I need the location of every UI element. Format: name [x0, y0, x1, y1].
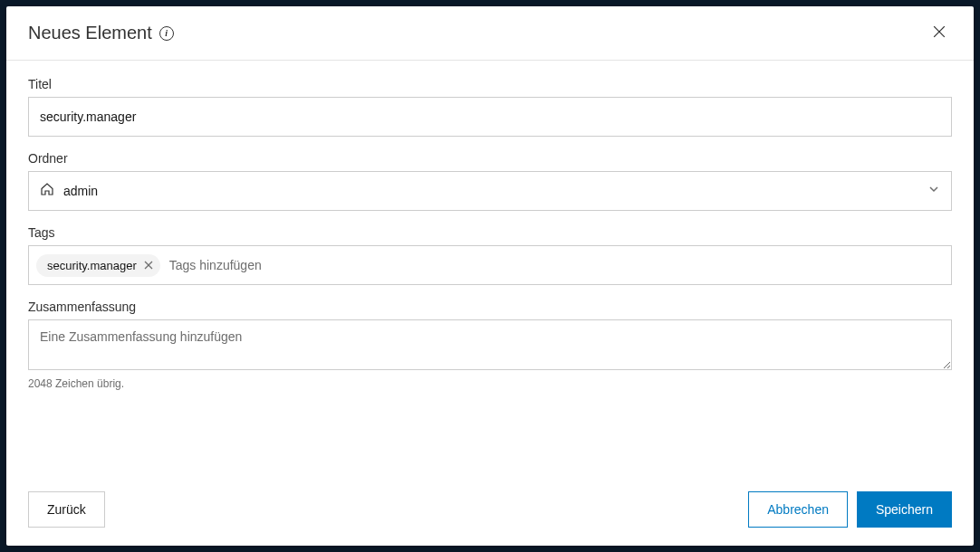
footer-right: Abbrechen Speichern	[748, 491, 952, 528]
tags-container[interactable]: security.manager	[28, 245, 952, 285]
tag-remove-button[interactable]	[144, 259, 153, 272]
modal-header: Neues Element i	[6, 6, 974, 61]
close-button[interactable]	[927, 19, 952, 47]
title-group: Titel	[28, 77, 952, 137]
folder-select-left: admin	[40, 182, 98, 200]
chevron-down-icon	[927, 183, 940, 199]
folder-value: admin	[63, 184, 98, 198]
tags-group: Tags security.manager	[28, 225, 952, 285]
save-button[interactable]: Speichern	[857, 491, 952, 528]
folder-group: Ordner admin	[28, 151, 952, 211]
close-icon	[144, 259, 153, 272]
tags-label: Tags	[28, 225, 952, 240]
modal-title-group: Neues Element i	[28, 23, 174, 43]
home-icon	[40, 182, 54, 200]
summary-label: Zusammenfassung	[28, 300, 952, 314]
new-element-modal: Neues Element i Titel Ordner	[6, 6, 974, 546]
title-input[interactable]	[28, 97, 952, 137]
info-icon[interactable]: i	[159, 26, 174, 41]
close-icon	[930, 23, 948, 43]
summary-textarea[interactable]	[28, 319, 952, 370]
back-button[interactable]: Zurück	[28, 491, 105, 528]
folder-select[interactable]: admin	[28, 171, 952, 211]
modal-body: Titel Ordner admin	[6, 61, 974, 479]
folder-label: Ordner	[28, 151, 952, 166]
char-counter: 2048 Zeichen übrig.	[28, 377, 952, 390]
cancel-button[interactable]: Abbrechen	[748, 491, 848, 528]
summary-group: Zusammenfassung 2048 Zeichen übrig.	[28, 300, 952, 390]
tag-text: security.manager	[47, 259, 137, 272]
tags-input[interactable]	[166, 254, 944, 276]
tag-chip: security.manager	[36, 254, 160, 277]
title-label: Titel	[28, 77, 952, 91]
modal-title: Neues Element	[28, 23, 152, 43]
modal-footer: Zurück Abbrechen Speichern	[6, 479, 974, 546]
